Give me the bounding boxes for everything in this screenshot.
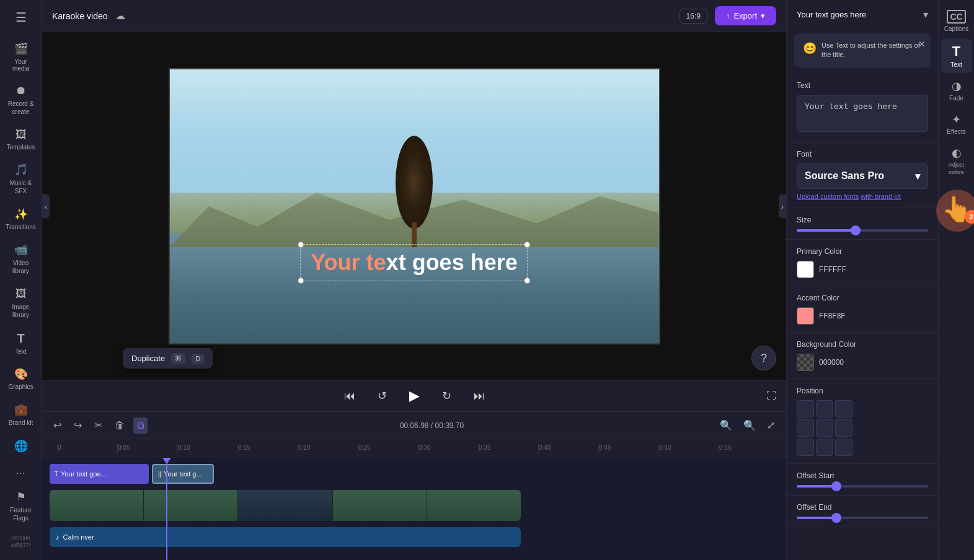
delete-button[interactable]: 🗑: [111, 418, 128, 434]
sidebar-collapse-left[interactable]: ‹: [42, 195, 50, 219]
offset-end-thumb[interactable]: [831, 513, 841, 523]
timeline-ruler: 0 0:05 0:10 0:15 0:20 0:25 0:30 0:35 0:4…: [57, 444, 779, 453]
project-title[interactable]: Karaoke video: [52, 11, 108, 21]
playhead[interactable]: [166, 458, 167, 560]
sidebar-item-templates[interactable]: 🖼 Templates: [3, 123, 39, 155]
background-color-label: Background Color: [797, 340, 928, 349]
background-color-swatch[interactable]: [797, 354, 814, 371]
aspect-ratio-button[interactable]: 16:9: [680, 9, 707, 24]
rewind-5s-button[interactable]: ↺: [373, 387, 392, 405]
timeline-expand-button[interactable]: ⤢: [763, 417, 779, 434]
fullscreen-button[interactable]: ⛶: [766, 390, 776, 401]
ruler-mark-25: 0:25: [358, 444, 418, 453]
export-button[interactable]: ↑ Export ▾: [715, 6, 776, 25]
tooltip-close-button[interactable]: ✕: [918, 38, 926, 51]
sidebar-label-version: Version cd5677f: [6, 535, 37, 549]
hamburger-menu[interactable]: ☰: [3, 5, 39, 30]
rail-text-label: Text: [950, 61, 962, 68]
pos-cell-mc[interactable]: [816, 419, 833, 437]
text-clip-2[interactable]: || Your text g...: [152, 464, 214, 484]
pos-cell-bc[interactable]: [816, 439, 833, 456]
effects-icon: ✦: [952, 113, 961, 126]
play-pause-button[interactable]: ▶: [404, 385, 425, 406]
sidebar-item-music[interactable]: 🎵 Music & SFX: [3, 158, 39, 200]
duplicate-kbd1: ⌘: [171, 353, 185, 364]
rail-adjust-colors[interactable]: ◐ Adjust colors: [941, 141, 972, 181]
audio-clip[interactable]: ♪ Calm river: [50, 527, 521, 547]
skip-to-end-button[interactable]: ⏭: [469, 387, 490, 405]
sidebar-item-image-library[interactable]: 🖼 Image library: [3, 282, 39, 324]
timeline-content: T Your text goe... || Your text g...: [42, 458, 786, 560]
sidebar-item-version[interactable]: Version cd5677f: [3, 530, 39, 554]
accent-color-section: Accent Color FF8F8F: [787, 286, 938, 333]
sidebar-item-transitions[interactable]: ✨ Transitions: [3, 203, 39, 235]
media-icon: 🎬: [14, 42, 28, 56]
sidebar-item-feature-flags[interactable]: ⚑ Feature Flags: [3, 485, 39, 527]
text-overlay-part1: Your te: [311, 250, 386, 275]
duplicate-timeline-button[interactable]: ⧉: [133, 418, 148, 434]
offset-end-label: Offset End: [797, 503, 928, 512]
rail-text[interactable]: T Text: [941, 38, 972, 73]
fade-icon: ◑: [952, 79, 962, 93]
rail-captions[interactable]: CC Captions: [941, 5, 972, 37]
selection-handle-bl: [298, 278, 304, 284]
help-button[interactable]: ?: [751, 346, 776, 370]
timeline-zoom-controls: 🔍 🔍 ⤢: [716, 417, 779, 434]
music-icon: 🎵: [14, 163, 28, 177]
video-clip[interactable]: [50, 490, 521, 521]
right-panel: Your text goes here ▾ 😊 Use Text to adju…: [786, 0, 938, 560]
pos-cell-tr[interactable]: [835, 400, 852, 418]
sidebar-label-video-library: Video library: [6, 259, 37, 275]
sidebar-item-video-library[interactable]: 📹 Video library: [3, 238, 39, 280]
ruler-mark-0: 0: [57, 444, 117, 453]
pos-cell-mr[interactable]: [835, 419, 852, 437]
sidebar-item-brand-kit[interactable]: 💼 Brand kit: [3, 398, 39, 432]
text-overlay[interactable]: Your text goes here: [300, 244, 528, 281]
font-selector[interactable]: Source Sans Pro ▾: [797, 164, 928, 189]
sidebar-item-text[interactable]: T Text: [3, 326, 39, 360]
audio-clip-label: Calm river: [63, 533, 94, 541]
accent-color-swatch[interactable]: [797, 307, 814, 325]
right-icon-rail: CC Captions T Text ◑ Fade ✦ Effects ◐ Ad…: [938, 0, 974, 560]
zoom-out-button[interactable]: 🔍: [716, 417, 736, 434]
offset-start-thumb[interactable]: [831, 481, 841, 491]
text-input[interactable]: Your text goes here: [797, 95, 928, 132]
pos-cell-ml[interactable]: [797, 419, 814, 437]
sidebar-label-graphics: Graphics: [8, 383, 33, 390]
zoom-in-button[interactable]: 🔍: [740, 417, 759, 434]
audio-track: ♪ Calm river: [50, 526, 779, 548]
sidebar-item-record[interactable]: ⏺ Record &create: [3, 79, 39, 121]
text-clip-1-icon: T: [55, 471, 58, 478]
redo-button[interactable]: ↪: [70, 417, 86, 434]
rail-fade[interactable]: ◑ Fade: [941, 74, 972, 107]
pos-cell-br[interactable]: [835, 439, 852, 456]
sidebar-item-languages[interactable]: 🌐: [3, 434, 39, 460]
forward-5s-button[interactable]: ↻: [437, 387, 456, 405]
skip-to-start-button[interactable]: ⏮: [339, 387, 360, 405]
text-clip-1[interactable]: T Your text goe...: [50, 464, 149, 484]
undo-button[interactable]: ↩: [50, 417, 65, 434]
sidebar-collapse-right[interactable]: ›: [779, 195, 786, 219]
video-segment-2: [144, 490, 238, 521]
tooltip-popup: 😊 Use Text to adjust the settings of the…: [794, 33, 931, 68]
primary-color-swatch[interactable]: [797, 261, 814, 278]
font-chevron-icon: ▾: [915, 170, 920, 182]
sidebar-item-graphics[interactable]: 🎨 Graphics: [3, 362, 39, 395]
primary-color-section: Primary Color FFFFFF: [787, 240, 938, 286]
export-upload-icon: ↑: [726, 11, 730, 20]
pos-cell-tc[interactable]: [816, 400, 833, 418]
upload-fonts-link[interactable]: Upload custom fonts with brand kit: [797, 193, 928, 200]
accent-color-row: FF8F8F: [797, 307, 928, 325]
rail-fade-label: Fade: [949, 95, 963, 102]
pos-cell-bl[interactable]: [797, 439, 814, 456]
video-library-icon: 📹: [14, 243, 28, 256]
pos-cell-tl[interactable]: [797, 400, 814, 418]
sidebar-item-more[interactable]: ···: [3, 463, 39, 483]
font-name: Source Sans Pro: [805, 170, 884, 182]
sidebar-label-templates: Templates: [7, 144, 35, 151]
timeline-toolbar: ↩ ↪ ✂ 🗑 ⧉ 00:06.98 / 00:39.70 🔍 🔍 ⤢: [42, 412, 786, 439]
sidebar-item-your-media[interactable]: 🎬 Your media: [3, 37, 39, 77]
rail-effects[interactable]: ✦ Effects: [941, 108, 972, 140]
size-slider-thumb[interactable]: [851, 225, 861, 235]
scissors-button[interactable]: ✂: [91, 417, 106, 434]
